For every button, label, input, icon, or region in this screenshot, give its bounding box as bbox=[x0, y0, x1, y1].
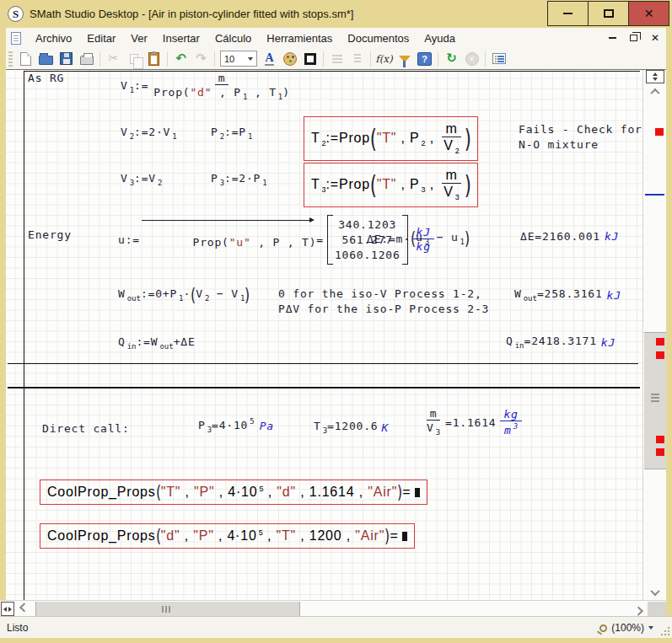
paren: ( bbox=[222, 236, 229, 249]
math-region-wout-result[interactable]: Wout=258.3161 kJ bbox=[514, 287, 621, 303]
math-region-v2[interactable]: V2:=2·V1 bbox=[121, 126, 177, 141]
var: u bbox=[451, 231, 459, 244]
cut-button[interactable]: ✂ bbox=[104, 50, 123, 68]
error-marker[interactable] bbox=[656, 338, 664, 346]
op: , bbox=[296, 528, 309, 543]
error-region-coolprop-1[interactable]: CoolProp_Props ( "T" , "P" , 4·105 , "d"… bbox=[40, 480, 427, 505]
math-region-v3[interactable]: V3:=V2 bbox=[121, 172, 162, 187]
scroll-up-button[interactable] bbox=[644, 84, 666, 99]
font-size-combobox[interactable]: 10 bbox=[220, 51, 257, 67]
math-region-p3-result[interactable]: P3=4·105 Pa bbox=[198, 417, 274, 434]
text-region-fails[interactable]: Fails - Check for N-O mixture bbox=[519, 122, 642, 153]
error-marker[interactable] bbox=[656, 351, 664, 359]
error-region-coolprop-2[interactable]: CoolProp_Props ( "d" , "P" , 4·105 , "T"… bbox=[40, 523, 415, 549]
redo-button[interactable]: ↷ bbox=[191, 50, 211, 68]
math-region-p2[interactable]: P2:=P1 bbox=[211, 126, 252, 141]
stop-button[interactable]: ✕ bbox=[462, 50, 481, 68]
print-button[interactable] bbox=[77, 50, 96, 68]
math-region-v1[interactable]: V1:= m Prop("d" , P1 , T1) bbox=[121, 72, 295, 102]
copy-button[interactable] bbox=[124, 50, 143, 68]
error-region-t3[interactable]: T3:=Prop ( "T" , P3 , m V3 ) bbox=[304, 163, 478, 207]
math-region-qin-def[interactable]: Qin:=Wout+ΔE bbox=[118, 335, 196, 351]
menu-herramientas[interactable]: Herramientas bbox=[259, 29, 340, 47]
sub: 3 bbox=[436, 428, 440, 437]
menu-editar[interactable]: Editar bbox=[79, 29, 123, 47]
position-marker bbox=[645, 194, 664, 196]
horizontal-scroll-thumb[interactable] bbox=[35, 602, 300, 616]
separator-line[interactable] bbox=[8, 363, 638, 364]
split-view-handle[interactable] bbox=[646, 70, 664, 83]
maximize-icon bbox=[604, 9, 614, 18]
align-horizontal-button[interactable] bbox=[327, 50, 347, 68]
toolbar-separator bbox=[370, 51, 371, 67]
open-button[interactable] bbox=[36, 50, 56, 68]
separator-line[interactable] bbox=[8, 387, 640, 388]
align-vertical-button[interactable] bbox=[347, 50, 367, 68]
menu-insertar[interactable]: Insertar bbox=[155, 29, 207, 47]
recalculate-button[interactable]: ↻ bbox=[442, 50, 461, 68]
minimize-button[interactable] bbox=[547, 1, 589, 26]
op: , bbox=[354, 485, 368, 499]
vertical-scroll-thumb[interactable] bbox=[644, 332, 666, 469]
split-view-handle[interactable] bbox=[1, 602, 14, 616]
menu-ver[interactable]: Ver bbox=[123, 29, 155, 47]
zoom-control[interactable]: (100%) bbox=[599, 617, 653, 639]
help-panel-button[interactable]: ? bbox=[415, 50, 434, 68]
mdi-minimize-icon[interactable] bbox=[609, 37, 616, 39]
error-marker[interactable] bbox=[656, 448, 664, 456]
mdi-restore-icon[interactable] bbox=[630, 35, 637, 41]
paste-button[interactable] bbox=[144, 50, 164, 68]
text-region-as-rg[interactable]: As RG bbox=[28, 72, 64, 84]
resize-grip[interactable] bbox=[659, 625, 669, 635]
text-region-note[interactable]: 0 for the iso-V Process 1-2, PΔV for the… bbox=[278, 287, 489, 317]
chevron-down-icon bbox=[650, 586, 659, 595]
math-region-wout-def[interactable]: Wout:=0+P1· ( V2 − V1 ) bbox=[118, 287, 250, 303]
error-region-t2[interactable]: T2:=Prop ( "T" , P2 , m V2 ) bbox=[304, 116, 478, 161]
menu-ayuda[interactable]: Ayuda bbox=[417, 29, 463, 47]
toolbar-separator bbox=[323, 51, 324, 67]
save-button[interactable] bbox=[56, 50, 76, 68]
scroll-down-button[interactable] bbox=[644, 585, 666, 599]
toolbar-grip[interactable] bbox=[8, 51, 13, 67]
text-region-direct-call[interactable]: Direct call: bbox=[42, 422, 130, 435]
math-region-qin-result[interactable]: Qin=2418.3171 kJ bbox=[506, 335, 616, 350]
menu-archivo[interactable]: Archivo bbox=[28, 29, 79, 47]
horizontal-scrollbar[interactable] bbox=[0, 600, 666, 616]
zoom-level: (100%) bbox=[611, 622, 644, 634]
worksheet-canvas[interactable]: As RG V1:= m Prop("d" , P1 , T1) V2:=2·V… bbox=[6, 70, 642, 600]
op: := bbox=[326, 131, 339, 145]
var: P bbox=[198, 419, 206, 431]
maximize-button[interactable] bbox=[588, 1, 629, 26]
scroll-left-button[interactable] bbox=[15, 602, 32, 616]
math-region-density-result[interactable]: m V3 =1.1614 kg m3 bbox=[422, 407, 524, 437]
filter-button[interactable] bbox=[395, 50, 414, 68]
app-window: S SMath Studio Desktop - [Air in piston-… bbox=[0, 0, 672, 643]
text-region-energy[interactable]: Energy bbox=[28, 228, 72, 241]
close-button[interactable]: ✕ bbox=[628, 1, 669, 26]
font-color-button[interactable]: A bbox=[260, 50, 279, 68]
fx-icon: f(x) bbox=[375, 53, 393, 65]
undo-button[interactable]: ↶ bbox=[171, 50, 191, 68]
new-button[interactable] bbox=[16, 50, 35, 68]
result-placeholder bbox=[415, 488, 420, 497]
scroll-right-button[interactable] bbox=[631, 602, 648, 616]
error-marker[interactable] bbox=[656, 436, 664, 443]
menu-documentos[interactable]: Documentos bbox=[340, 29, 417, 47]
string-literal: "T" bbox=[276, 528, 296, 543]
vertical-scrollbar[interactable] bbox=[642, 70, 666, 600]
op: := bbox=[224, 126, 239, 138]
math-region-t3-result[interactable]: T3=1200.6 K bbox=[314, 420, 389, 435]
math-region-p3[interactable]: P3:=2·P1 bbox=[211, 172, 267, 187]
background-color-button[interactable] bbox=[280, 50, 299, 68]
error-marker[interactable] bbox=[655, 128, 664, 136]
math-region-de-def[interactable]: ΔE:=m· ( u3 − u1 ) bbox=[367, 231, 470, 246]
math-region-de-result[interactable]: ΔE=2160.001 kJ bbox=[520, 230, 619, 243]
menu-calculo[interactable]: Cálculo bbox=[207, 29, 259, 47]
mdi-close-icon[interactable]: ✕ bbox=[651, 32, 659, 44]
border-button[interactable] bbox=[300, 50, 320, 68]
options-button[interactable] bbox=[489, 50, 508, 68]
function-button[interactable]: f(x) bbox=[374, 50, 394, 68]
label: PΔV for the iso-P Process 2-3 bbox=[278, 302, 489, 317]
document-icon bbox=[11, 32, 21, 45]
toolbar-separator bbox=[438, 51, 438, 67]
